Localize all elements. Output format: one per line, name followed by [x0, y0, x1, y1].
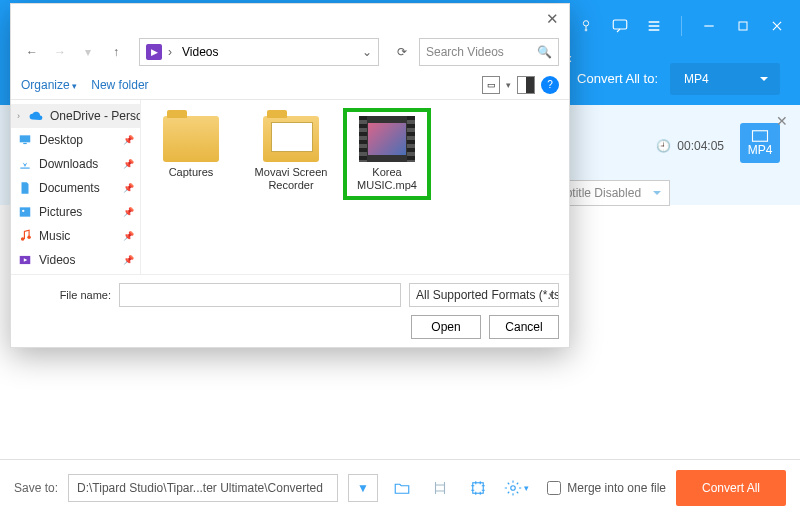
tree-item[interactable]: ›OneDrive - Perso	[11, 104, 140, 128]
output-format-badge-text: MP4	[748, 143, 773, 157]
doc-icon	[17, 180, 33, 196]
bottom-bar: Save to: D:\Tipard Studio\Tipar...ter Ul…	[0, 459, 800, 515]
svg-rect-11	[20, 207, 31, 216]
folder-icon	[263, 116, 319, 162]
dialog-close-icon[interactable]: ✕	[546, 10, 559, 28]
chevron-right-icon[interactable]: ›	[168, 45, 172, 59]
svg-rect-9	[23, 143, 27, 144]
location-text: Videos	[182, 45, 218, 59]
svg-rect-3	[613, 20, 627, 29]
tree-item[interactable]: Documents📌	[11, 176, 140, 200]
new-folder-button[interactable]: New folder	[91, 78, 148, 92]
remove-file-icon[interactable]: ✕	[776, 113, 788, 129]
tree-item[interactable]: Pictures📌	[11, 200, 140, 224]
save-to-label: Save to:	[14, 481, 58, 495]
svg-point-2	[583, 21, 588, 26]
tree-item[interactable]: Videos📌	[11, 248, 140, 272]
merge-checkbox-input[interactable]	[547, 481, 561, 495]
download-icon	[17, 156, 33, 172]
maximize-icon[interactable]	[730, 13, 756, 39]
tree-item[interactable]: Downloads📌	[11, 152, 140, 176]
filename-label: File name:	[21, 289, 111, 301]
file-item[interactable]: Captures	[151, 116, 231, 179]
svg-rect-8	[20, 135, 31, 142]
open-button[interactable]: Open	[411, 315, 481, 339]
pin-icon: 📌	[123, 231, 134, 241]
nav-back-icon[interactable]: ←	[21, 41, 43, 63]
refresh-icon[interactable]: ⟳	[391, 41, 413, 63]
location-bar[interactable]: ▶ › Videos ⌄	[139, 38, 379, 66]
svg-point-12	[22, 210, 24, 212]
open-folder-icon[interactable]	[388, 474, 416, 502]
file-item[interactable]: Movavi Screen Recorder	[251, 116, 331, 192]
svg-rect-4	[739, 22, 747, 30]
music-icon	[17, 228, 33, 244]
feedback-icon[interactable]	[607, 13, 633, 39]
preview-pane-icon[interactable]	[517, 76, 535, 94]
subtitle-value: ubtitle Disabled	[559, 186, 641, 200]
folder-tree: ›OneDrive - PersoDesktop📌Downloads📌Docum…	[11, 100, 141, 274]
tree-item[interactable]: Desktop📌	[11, 128, 140, 152]
cloud-icon	[28, 108, 44, 124]
search-placeholder: Search Videos	[426, 45, 531, 59]
file-grid: CapturesMovavi Screen RecorderKorea MUSI…	[141, 100, 569, 274]
pic-icon	[17, 204, 33, 220]
view-mode-icon[interactable]: ▭	[482, 76, 500, 94]
videos-folder-icon: ▶	[146, 44, 162, 60]
output-format-value: MP4	[684, 72, 709, 86]
view-dropdown-icon[interactable]: ▾	[506, 80, 511, 90]
dialog-footer: File name: All Supported Formats (*.ts;*…	[11, 274, 569, 347]
duration-value: 00:04:05	[677, 139, 724, 153]
video-thumbnail-icon	[359, 116, 415, 162]
clock-icon: 🕘	[656, 139, 671, 153]
file-type-filter[interactable]: All Supported Formats (*.ts;*.mt	[409, 283, 559, 307]
gpu-toggle-icon[interactable]	[426, 474, 454, 502]
svg-rect-6	[473, 482, 484, 493]
desktop-icon	[17, 132, 33, 148]
output-format-select[interactable]: MP4	[670, 63, 780, 95]
pin-icon: 📌	[123, 135, 134, 145]
search-input[interactable]: Search Videos 🔍	[419, 38, 559, 66]
nav-up-icon[interactable]: ↑	[105, 41, 127, 63]
filename-input[interactable]	[119, 283, 401, 307]
pin-icon: 📌	[123, 159, 134, 169]
nav-recent-icon[interactable]: ▾	[77, 41, 99, 63]
merge-checkbox[interactable]: Merge into one file	[547, 481, 666, 495]
file-caption: Movavi Screen Recorder	[251, 166, 331, 192]
svg-rect-10	[20, 168, 29, 169]
file-open-dialog: ✕ ← → ▾ ↑ ▶ › Videos ⌄ ⟳ Search Videos 🔍…	[10, 3, 570, 348]
convert-all-label: Convert All to:	[577, 71, 658, 86]
settings-dropdown-icon[interactable]: ▾	[502, 474, 530, 502]
svg-point-14	[27, 235, 31, 239]
search-icon: 🔍	[537, 45, 552, 59]
chevron-down-icon[interactable]: ⌄	[362, 45, 372, 59]
organize-menu[interactable]: Organize	[21, 78, 77, 92]
pin-icon: 📌	[123, 207, 134, 217]
convert-all-button[interactable]: Convert All	[676, 470, 786, 506]
svg-rect-5	[753, 131, 768, 142]
dialog-nav: ← → ▾ ↑ ▶ › Videos ⌄ ⟳ Search Videos 🔍	[11, 34, 569, 70]
svg-point-7	[510, 485, 515, 490]
dialog-header: ✕	[11, 4, 569, 34]
save-to-dropdown[interactable]: ▼	[348, 474, 378, 502]
video-icon	[17, 252, 33, 268]
menu-icon[interactable]	[641, 13, 667, 39]
cancel-button[interactable]: Cancel	[489, 315, 559, 339]
file-item[interactable]: Korea MUSIC.mp4	[347, 112, 427, 196]
hardware-accel-icon[interactable]	[464, 474, 492, 502]
file-caption: Captures	[169, 166, 214, 179]
pin-icon: 📌	[123, 255, 134, 265]
tree-item[interactable]: Music📌	[11, 224, 140, 248]
close-icon[interactable]	[764, 13, 790, 39]
pin-icon: 📌	[123, 183, 134, 193]
save-to-path[interactable]: D:\Tipard Studio\Tipar...ter Ultimate\Co…	[68, 474, 338, 502]
key-icon[interactable]	[573, 13, 599, 39]
merge-label: Merge into one file	[567, 481, 666, 495]
folder-icon	[163, 116, 219, 162]
dialog-toolbar: Organize New folder ▭ ▾ ?	[11, 70, 569, 100]
file-caption: Korea MUSIC.mp4	[351, 166, 423, 192]
minimize-icon[interactable]	[696, 13, 722, 39]
help-icon[interactable]: ?	[541, 76, 559, 94]
nav-forward-icon[interactable]: →	[49, 41, 71, 63]
output-format-badge[interactable]: MP4	[740, 123, 780, 163]
